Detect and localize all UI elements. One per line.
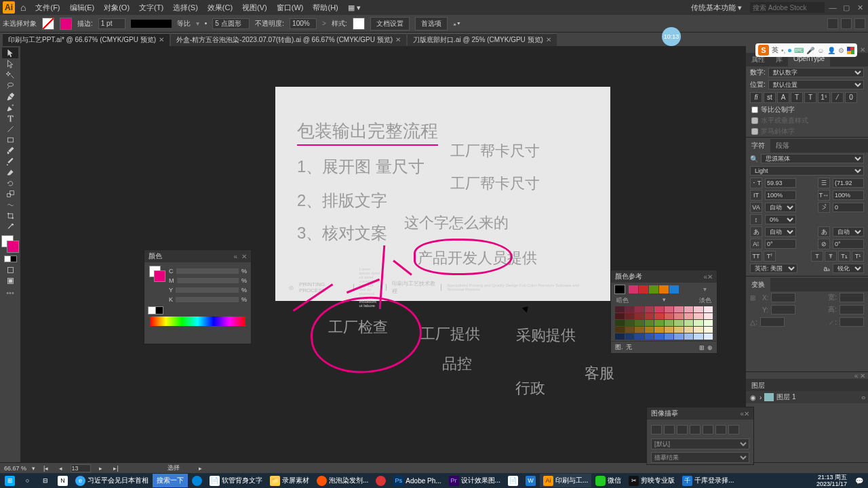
tracking-input[interactable] — [833, 203, 864, 212]
paintbrush-tool[interactable] — [2, 145, 18, 156]
stock-search[interactable] — [750, 2, 825, 13]
eraser-tool[interactable] — [2, 167, 18, 178]
menu-window[interactable]: 窗口(W) — [273, 1, 308, 14]
cortana-button[interactable]: ○ — [19, 474, 36, 487]
start-button[interactable]: ⊞ — [1, 474, 18, 487]
wechat-button[interactable]: 微信 — [592, 474, 625, 487]
color-guide-panel[interactable]: 颜色参考«✕ ▾ 暗色▾淡色 图.无⊞⊕ — [610, 270, 717, 354]
pen-tool[interactable] — [2, 91, 18, 102]
kuwo-button[interactable] — [189, 474, 205, 487]
menu-view[interactable]: 视图(V) — [238, 1, 271, 14]
maximize-button[interactable]: ▢ — [841, 2, 852, 13]
illustrator-button[interactable]: Ai印刷与工... — [540, 474, 591, 487]
free-transform-tool[interactable] — [2, 210, 18, 221]
first-artboard[interactable]: |◂ — [41, 465, 51, 472]
ie-button[interactable]: e习近平会见日本首相 — [72, 474, 152, 487]
layer-name[interactable]: 图层 1 — [776, 392, 795, 402]
visibility-icon[interactable]: ◉ — [749, 394, 757, 401]
notepad-button[interactable]: 📄软管背身文字 — [206, 474, 266, 487]
selection-tool[interactable] — [2, 47, 18, 58]
direct-selection-tool[interactable] — [2, 58, 18, 69]
font-family-select[interactable]: 思源黑体 — [761, 154, 864, 163]
lasso-tool[interactable] — [2, 80, 18, 91]
scale-tool[interactable] — [2, 188, 18, 199]
panel-icon-1[interactable] — [827, 18, 838, 29]
minimize-button[interactable]: ― — [827, 2, 838, 13]
color-spectrum[interactable] — [150, 317, 245, 326]
stroke-profile[interactable] — [131, 20, 172, 28]
next-artboard[interactable]: ▸ — [96, 465, 105, 472]
position-select[interactable]: 默认位置 — [768, 80, 864, 89]
ime-lang[interactable]: 英 — [772, 45, 778, 55]
menu-object[interactable]: 对象(O) — [100, 1, 134, 14]
doc-tab-2[interactable]: 外盒-精方五谷泡泡染-2023.07.07(转曲).ai @ 66.67% (C… — [171, 33, 406, 46]
color-mode[interactable] — [2, 253, 18, 264]
capcut-button[interactable]: ✂剪映专业版 — [625, 474, 678, 487]
char-rot2-input[interactable] — [833, 239, 864, 249]
curvature-tool[interactable] — [2, 102, 18, 113]
aki-left-select[interactable]: 自动 — [765, 227, 796, 237]
close-icon[interactable]: ✕ — [546, 36, 551, 43]
close-button[interactable]: ✕ — [854, 2, 865, 13]
ime-dot-icon[interactable] — [788, 49, 791, 52]
prev-artboard[interactable]: ◂ — [56, 465, 65, 472]
color-panel[interactable]: 颜色«✕ C% M% Y% K% — [144, 249, 252, 344]
magic-wand-tool[interactable] — [2, 69, 18, 80]
search-button[interactable]: 搜索一下 — [153, 474, 188, 487]
trace-preset-select[interactable]: [默认] — [651, 439, 749, 449]
trace-view-select[interactable]: 描摹结果 — [651, 452, 749, 463]
draw-mode[interactable] — [2, 275, 18, 286]
shaper-tool[interactable] — [2, 156, 18, 167]
screen-mode[interactable] — [2, 264, 18, 275]
menu-type[interactable]: 文字(T) — [135, 1, 167, 14]
menu-file[interactable]: 文件(F) — [31, 1, 64, 14]
rotate-tool[interactable] — [2, 178, 18, 188]
char-rot-input[interactable] — [765, 239, 796, 249]
doc-tab-3[interactable]: 刀版底部封口.ai @ 25% (CMYK/GPU 预览)✕ — [408, 33, 557, 46]
ime-grid-icon[interactable] — [847, 47, 854, 54]
aki-right-select[interactable]: 自动 — [833, 227, 864, 237]
stroke-weight-input[interactable] — [98, 18, 125, 29]
base-swatch[interactable] — [615, 285, 625, 293]
style-swatch[interactable] — [353, 18, 365, 30]
panel-icon-3[interactable] — [854, 18, 865, 29]
chk-proportional[interactable] — [751, 106, 758, 113]
type-tool[interactable] — [2, 113, 18, 123]
close-icon[interactable]: ✕ — [395, 36, 401, 43]
home-icon[interactable]: ⌂ — [16, 2, 30, 13]
kerning-select[interactable]: 自动 — [765, 203, 796, 212]
anti-alias-select[interactable]: 锐化 — [833, 264, 864, 273]
font-weight-select[interactable]: Light — [750, 166, 864, 176]
baseline-select[interactable]: 0% — [765, 215, 796, 224]
doc-button[interactable]: 📄 — [505, 474, 521, 487]
taobao-button[interactable]: 泡泡染发剂... — [313, 474, 372, 487]
close-icon[interactable]: ✕ — [159, 36, 164, 43]
panel-icon-2[interactable] — [841, 18, 852, 29]
ime-toolbar[interactable]: S 英 •, ⌨ 🎤 ☺ 👤 ⚙ — [755, 43, 857, 57]
system-clock[interactable]: 21:13 周五2023/11/17 — [812, 473, 851, 488]
fill-swatch[interactable] — [42, 18, 54, 30]
vscale-input[interactable] — [765, 190, 796, 200]
menu-effect[interactable]: 效果(C) — [203, 1, 237, 14]
font-size-input[interactable] — [765, 178, 796, 188]
tab-paragraph[interactable]: 段落 — [770, 139, 795, 152]
stroke-swatch[interactable] — [60, 18, 72, 30]
notion-button[interactable]: N — [54, 474, 71, 487]
folder-button[interactable]: 📁录屏素材 — [267, 474, 313, 487]
image-trace-panel[interactable]: 图像描摹«✕ [默认] 描摹结果 — [646, 407, 754, 465]
rectangle-tool[interactable] — [2, 134, 18, 145]
leading-input[interactable] — [833, 178, 864, 188]
fill-stroke-indicator[interactable] — [2, 236, 18, 252]
color-guide-grid[interactable] — [615, 306, 713, 340]
opacity-input[interactable] — [290, 18, 317, 29]
figure-select[interactable]: 默认数字 — [768, 68, 864, 77]
zoom-level[interactable]: 66.67 % — [4, 465, 26, 472]
preferences-button[interactable]: 首选项 — [415, 17, 448, 30]
notifications-button[interactable]: 💬 — [852, 474, 867, 487]
canvas[interactable]: 包装输出完整流程 1、展开图 量尺寸 2、排版文字 3、核对文案 工厂帮卡尺寸 … — [20, 46, 746, 470]
align-icon[interactable]: ꘎▾ — [453, 20, 461, 28]
hscale-input[interactable] — [833, 190, 864, 200]
width-tool[interactable] — [2, 199, 18, 210]
taskview-button[interactable]: ⊟ — [37, 474, 54, 487]
tab-transform[interactable]: 变换 — [746, 278, 770, 291]
